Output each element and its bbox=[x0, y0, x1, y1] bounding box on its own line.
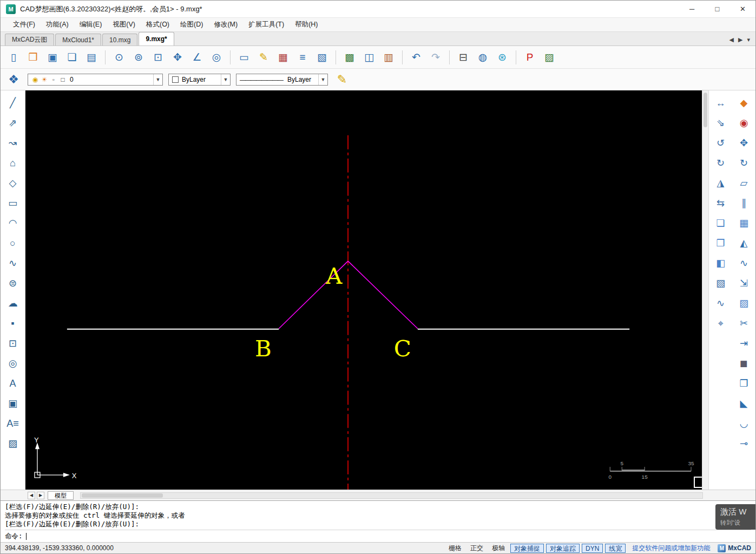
arc-tool-icon[interactable]: ◠ bbox=[5, 215, 21, 231]
trim-icon[interactable]: ✂ bbox=[736, 315, 752, 331]
vertex-label-b[interactable]: B bbox=[255, 335, 272, 362]
extend-icon[interactable]: ⇥ bbox=[736, 335, 752, 351]
maximize-button[interactable]: □ bbox=[705, 1, 730, 17]
vertex-label-a[interactable]: A bbox=[325, 263, 343, 289]
measure-icon[interactable]: ∠ bbox=[188, 49, 206, 66]
command-input[interactable]: 命令: bbox=[5, 530, 751, 540]
edit-pencil-icon[interactable]: ✎ bbox=[255, 49, 272, 66]
sheet-scroll-left-icon[interactable]: ◀ bbox=[28, 492, 35, 499]
break-icon[interactable]: ⊸ bbox=[736, 435, 752, 452]
print-icon[interactable]: ⊟ bbox=[455, 49, 472, 66]
lengthen-icon[interactable]: ↔ bbox=[713, 95, 729, 111]
image-export-icon[interactable]: ▨ bbox=[541, 49, 558, 66]
block-manager-icon[interactable]: ◫ bbox=[360, 49, 378, 66]
text-style-icon[interactable]: ≡ bbox=[294, 49, 311, 66]
vertical-scrollbar[interactable] bbox=[702, 90, 708, 490]
polyline-tool-icon[interactable]: ↝ bbox=[5, 135, 21, 151]
command-line-panel[interactable]: [栏选(F)/边延伸(E)/删除(R)/放弃(U)]:选择要修剪的对象或按住 c… bbox=[1, 500, 755, 542]
linetype-select[interactable]: ———————— ByLayer ▼ bbox=[236, 74, 328, 86]
drawing-viewport[interactable]: A B C Y X bbox=[25, 90, 702, 490]
menu-item-format[interactable]: 格式(O) bbox=[141, 18, 174, 31]
circle-tool-icon[interactable]: ○ bbox=[5, 235, 21, 251]
menu-item-help[interactable]: 帮助(H) bbox=[290, 18, 323, 31]
slope-line-right-entity[interactable] bbox=[348, 261, 418, 329]
move-icon[interactable]: ✥ bbox=[736, 135, 752, 151]
array-icon[interactable]: ▦ bbox=[736, 215, 752, 231]
web-home-icon[interactable]: ◍ bbox=[474, 49, 491, 66]
layers-stack-icon[interactable]: ❖ bbox=[5, 71, 22, 88]
tab-list-icon[interactable]: ▾ bbox=[747, 36, 750, 43]
polyline-edit-icon[interactable]: ∿ bbox=[713, 295, 729, 311]
send-back-icon[interactable]: ❐ bbox=[713, 235, 729, 251]
document-tab-mxcloud1[interactable]: MxCloud1* bbox=[55, 34, 101, 45]
table-edit-icon[interactable]: ▥ bbox=[380, 49, 397, 66]
status-toggle-ortho[interactable]: 正交 bbox=[467, 544, 487, 553]
document-tab-9-mxg[interactable]: 9.mxg* bbox=[139, 32, 174, 45]
vertical-scrollbar-thumb[interactable] bbox=[704, 93, 707, 127]
tab-scroll-left-icon[interactable]: ◀ bbox=[729, 36, 734, 43]
save-as-icon[interactable]: ▤ bbox=[83, 49, 100, 66]
offset-icon[interactable]: ∥ bbox=[736, 195, 752, 211]
cloud-open-icon[interactable]: ❒ bbox=[24, 49, 42, 66]
match-properties-icon[interactable]: ◉ bbox=[736, 115, 752, 131]
vertex-label-c[interactable]: C bbox=[394, 335, 411, 362]
model-tab[interactable]: 模型 bbox=[48, 491, 74, 500]
menu-item-function[interactable]: 功能(A) bbox=[41, 18, 74, 31]
region-select-icon[interactable]: ▭ bbox=[235, 49, 253, 66]
chevron-down-icon[interactable]: ▼ bbox=[221, 74, 230, 85]
swap-order-icon[interactable]: ⇆ bbox=[713, 195, 729, 211]
hatch-edit-icon[interactable]: ▨ bbox=[736, 295, 752, 311]
redo-icon[interactable]: ↷ bbox=[427, 49, 444, 66]
spline-edit-icon[interactable]: ∿ bbox=[736, 255, 752, 271]
stretch-icon[interactable]: ⇲ bbox=[736, 275, 752, 291]
erase-icon[interactable]: ◆ bbox=[736, 95, 752, 111]
horizontal-scrollbar[interactable] bbox=[80, 492, 703, 499]
zoom-window-icon[interactable]: ⊡ bbox=[149, 49, 167, 66]
menu-item-edit[interactable]: 编辑(E) bbox=[75, 18, 107, 31]
color-select[interactable]: ByLayer ▼ bbox=[168, 74, 231, 86]
scale-icon[interactable]: ▱ bbox=[736, 175, 752, 191]
draw-order-icon[interactable]: ◧ bbox=[713, 255, 729, 271]
new-file-icon[interactable]: ▯ bbox=[5, 49, 22, 66]
document-tab-10-mxg[interactable]: 10.mxg bbox=[102, 34, 137, 45]
text-tool-icon[interactable]: A bbox=[5, 375, 21, 392]
mirror-icon[interactable]: ◭ bbox=[736, 235, 752, 251]
image-tool-icon[interactable]: ▣ bbox=[5, 395, 21, 412]
zoom-realtime-icon[interactable]: ◎ bbox=[208, 49, 225, 66]
document-tab-cloud-gallery[interactable]: MxCAD云图 bbox=[5, 34, 54, 45]
sheet-scroll-right-icon[interactable]: ▶ bbox=[37, 492, 44, 499]
spline-tool-icon[interactable]: ∿ bbox=[5, 255, 21, 271]
page-setup-icon[interactable]: ▧ bbox=[313, 49, 331, 66]
chamfer-icon[interactable]: ◣ bbox=[736, 395, 752, 412]
snap-settings-icon[interactable]: ⌖ bbox=[713, 315, 729, 331]
hatch-pattern-icon[interactable]: ▧ bbox=[713, 275, 729, 291]
box-3d-icon[interactable]: ◼ bbox=[736, 355, 752, 371]
donut-tool-icon[interactable]: ◎ bbox=[5, 355, 21, 371]
hatch-tool-icon[interactable]: ▨ bbox=[5, 435, 21, 452]
feedback-link[interactable]: 提交软件问题或增加新功能 bbox=[632, 544, 710, 553]
status-toggle-lineweight[interactable]: 线宽 bbox=[605, 544, 626, 553]
layer-select[interactable]: ◉☀▫□ 0 ▼ bbox=[28, 74, 163, 86]
menu-item-draw[interactable]: 绘图(D) bbox=[175, 18, 208, 31]
color-palette-icon[interactable]: ▦ bbox=[274, 49, 292, 66]
rotate-icon[interactable]: ↻ bbox=[736, 155, 752, 171]
resize-icon[interactable]: ⇘ bbox=[713, 115, 729, 131]
undo-icon[interactable]: ↶ bbox=[407, 49, 425, 66]
bring-front-icon[interactable]: ❏ bbox=[713, 215, 729, 231]
block-insert-tool-icon[interactable]: ⊡ bbox=[5, 335, 21, 351]
rectangle-tool-icon[interactable]: ▭ bbox=[5, 195, 21, 211]
point-tool-icon[interactable]: ▪ bbox=[5, 315, 21, 331]
horizontal-scrollbar-thumb[interactable] bbox=[82, 493, 163, 498]
zoom-previous-icon[interactable]: ⊙ bbox=[110, 49, 128, 66]
menu-item-file[interactable]: 文件(F) bbox=[8, 18, 40, 31]
web-share-icon[interactable]: ⊛ bbox=[494, 49, 511, 66]
status-toggle-polar[interactable]: 极轴 bbox=[489, 544, 508, 553]
mtext-tool-icon[interactable]: A≡ bbox=[5, 415, 21, 432]
tab-scroll-right-icon[interactable]: ▶ bbox=[738, 36, 742, 43]
open-file-icon[interactable]: ❏ bbox=[63, 49, 81, 66]
rotate-ccw-icon[interactable]: ↺ bbox=[713, 135, 729, 151]
menu-item-express-tools[interactable]: 扩展工具(T) bbox=[244, 18, 289, 31]
regular-polygon-tool-icon[interactable]: ◇ bbox=[5, 175, 21, 191]
chevron-down-icon[interactable]: ▼ bbox=[318, 74, 327, 85]
polygon-tool-icon[interactable]: ⌂ bbox=[5, 155, 21, 171]
